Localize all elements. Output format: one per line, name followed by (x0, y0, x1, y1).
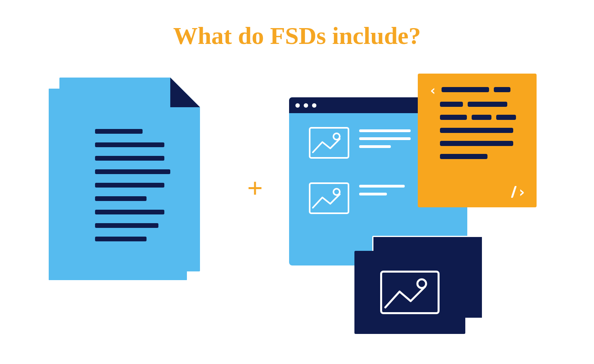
wireframe-text-lines (359, 182, 405, 201)
image-placeholder-large-icon (380, 271, 440, 314)
window-dot-icon (312, 103, 316, 108)
wireframe-row (309, 127, 411, 159)
image-placeholder-icon (309, 182, 349, 214)
wireframe-text-lines (359, 127, 411, 153)
angle-left-icon: ‹ (429, 87, 437, 94)
close-tag-icon: › (513, 186, 526, 198)
page-fold-icon (170, 78, 200, 107)
illustration-row: + (0, 50, 594, 351)
code-card-icon: ‹ › (418, 74, 537, 207)
image-placeholder-icon (309, 127, 349, 159)
document-front-icon (59, 78, 200, 271)
window-dot-icon (295, 103, 300, 108)
page-title: What do FSDs include? (0, 0, 594, 50)
document-text-lines (95, 129, 170, 250)
window-dot-icon (304, 103, 308, 108)
wireframe-row (309, 182, 405, 214)
image-card-front-icon (354, 251, 465, 334)
plus-icon: + (247, 174, 263, 202)
